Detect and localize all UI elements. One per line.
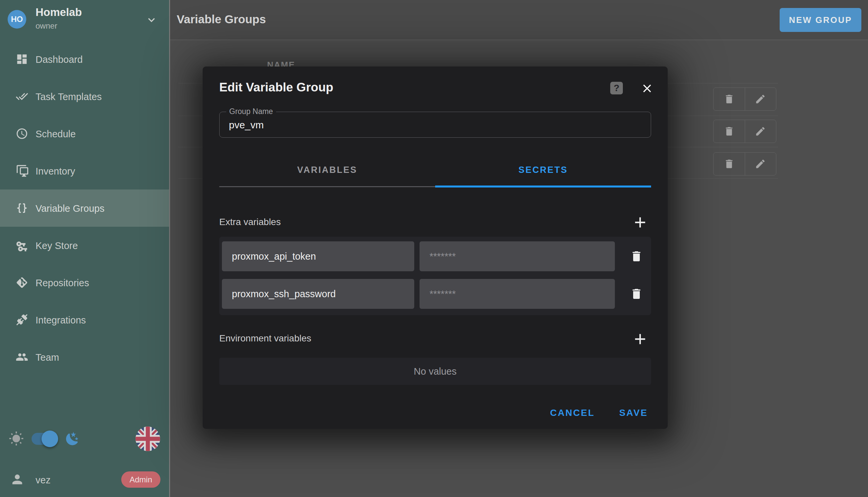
code-braces-icon	[16, 202, 28, 214]
trash-icon	[723, 94, 735, 105]
extra-variables-panel	[219, 237, 651, 315]
project-role: owner	[35, 21, 57, 31]
sidebar-item-label: Team	[35, 352, 59, 363]
app-header: Variable Groups NEW GROUP	[170, 0, 868, 40]
group-name-input[interactable]	[229, 118, 641, 132]
table-row-actions	[713, 120, 776, 143]
sidebar-item-task-templates[interactable]: Task Templates	[0, 78, 169, 115]
clock-icon	[16, 127, 28, 140]
sidebar-item-variable-groups[interactable]: Variable Groups	[0, 189, 169, 227]
username: vez	[35, 475, 50, 486]
user-icon[interactable]	[10, 472, 25, 487]
secret-row	[222, 279, 648, 309]
sidebar-item-label: Repositories	[35, 278, 89, 288]
sidebar-item-label: Integrations	[35, 315, 86, 326]
monitor-multiple-icon	[16, 165, 28, 177]
theme-toggle[interactable]	[32, 433, 57, 445]
trash-icon	[630, 250, 643, 263]
sidebar-item-dashboard[interactable]: Dashboard	[0, 41, 169, 78]
sidebar-item-repositories[interactable]: Repositories	[0, 264, 169, 301]
connection-icon	[16, 313, 28, 326]
keys-icon	[16, 239, 28, 252]
secret-name-input[interactable]	[222, 279, 414, 309]
pencil-icon	[755, 158, 766, 170]
extra-variables-title: Extra variables	[219, 217, 281, 227]
plus-icon	[632, 214, 649, 231]
sidebar-item-label: Key Store	[35, 240, 78, 251]
edit-variable-group-dialog: Edit Variable Group ? Group Name VARIABL…	[203, 67, 668, 429]
delete-secret-button[interactable]	[630, 287, 643, 300]
dialog-tabs: VARIABLES SECRETS	[219, 154, 651, 187]
secret-name-input[interactable]	[222, 241, 414, 271]
environment-variables-title: Environment variables	[219, 333, 311, 344]
trash-icon	[723, 158, 735, 170]
row-edit-button[interactable]	[745, 88, 776, 110]
git-icon	[16, 276, 28, 289]
group-name-label: Group Name	[226, 107, 276, 116]
app-screen: NAME Variable Groups NEW GROUP HO	[0, 0, 868, 497]
trash-icon	[723, 126, 735, 137]
row-delete-button[interactable]	[713, 153, 745, 175]
new-group-button[interactable]: NEW GROUP	[780, 8, 862, 32]
sidebar-item-inventory[interactable]: Inventory	[0, 152, 169, 189]
row-delete-button[interactable]	[713, 120, 745, 143]
admin-badge: Admin	[121, 471, 160, 488]
sidebar-item-label: Schedule	[35, 129, 76, 140]
save-button[interactable]: SAVE	[607, 404, 660, 422]
table-row-actions	[713, 87, 776, 111]
sidebar-item-label: Variable Groups	[35, 203, 104, 214]
chevron-down-icon[interactable]	[145, 13, 158, 27]
tab-variables[interactable]: VARIABLES	[219, 154, 435, 186]
secret-row	[222, 241, 648, 271]
group-name-field: Group Name	[219, 112, 651, 138]
team-icon	[16, 351, 28, 363]
row-edit-button[interactable]	[745, 153, 776, 175]
add-environment-variable-button[interactable]	[632, 330, 649, 348]
dialog-title: Edit Variable Group	[219, 81, 333, 95]
secret-value-input[interactable]	[420, 279, 615, 309]
secret-value-input[interactable]	[420, 241, 615, 271]
pencil-icon	[755, 126, 766, 137]
tab-secrets[interactable]: SECRETS	[435, 154, 651, 186]
cancel-button[interactable]: CANCEL	[545, 404, 599, 422]
sidebar-item-label: Dashboard	[35, 54, 83, 65]
close-icon[interactable]	[641, 82, 654, 95]
active-tab-indicator	[435, 185, 651, 187]
moon-icon	[65, 431, 80, 446]
row-delete-button[interactable]	[713, 88, 745, 110]
dashboard-icon	[16, 53, 28, 66]
delete-secret-button[interactable]	[630, 250, 643, 263]
help-button[interactable]: ?	[610, 82, 623, 95]
sidebar-item-schedule[interactable]: Schedule	[0, 115, 169, 152]
sidebar-item-key-store[interactable]: Key Store	[0, 227, 169, 264]
sidebar-item-integrations[interactable]: Integrations	[0, 301, 169, 338]
uk-flag-icon[interactable]	[135, 427, 160, 451]
no-values-row: No values	[219, 358, 651, 385]
row-edit-button[interactable]	[745, 120, 776, 143]
sidebar-item-team[interactable]: Team	[0, 338, 169, 376]
project-avatar[interactable]: HO	[8, 10, 26, 29]
project-name: Homelab	[35, 6, 82, 19]
table-row-actions	[713, 152, 776, 175]
sun-icon	[9, 431, 24, 446]
pencil-icon	[755, 94, 766, 105]
plus-icon	[632, 330, 649, 348]
trash-icon	[630, 287, 643, 300]
sidebar: HO Homelab owner Dashboard Task Template…	[0, 0, 170, 497]
check-all-icon	[16, 90, 28, 103]
sidebar-item-label: Task Templates	[35, 91, 102, 102]
page-title: Variable Groups	[177, 13, 266, 26]
toggle-knob	[42, 430, 58, 447]
sidebar-item-label: Inventory	[35, 166, 75, 177]
add-extra-variable-button[interactable]	[632, 214, 649, 231]
